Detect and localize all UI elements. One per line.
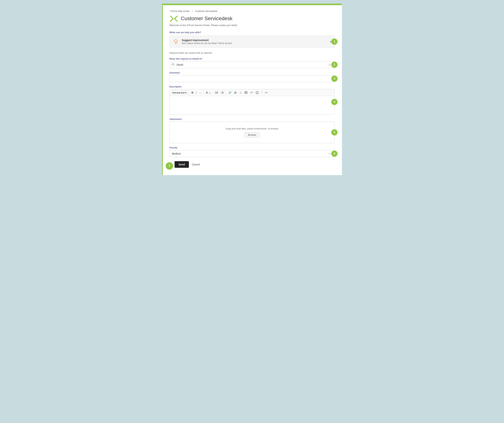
behalf-input[interactable]	[169, 61, 335, 68]
behalf-label: Raise this request on behalf of*	[169, 58, 335, 60]
description-label: Description	[169, 85, 335, 88]
emoji-button[interactable]: ☺	[238, 90, 243, 95]
attachment-drag-text: Drag and drop files, paste screenshots, …	[173, 127, 331, 130]
breadcrumb-part1[interactable]: XiTrust Help Center	[170, 10, 190, 12]
attachment-label: Attachment	[169, 118, 335, 120]
suggestion-box[interactable]: Suggest improvement See a place where we…	[169, 35, 335, 48]
toolbar-divider-4	[226, 91, 226, 94]
summary-input[interactable]	[169, 75, 335, 82]
chevron-down-icon	[209, 92, 211, 94]
form-actions: 7 Send Cancel	[169, 161, 335, 168]
xitrust-logo	[169, 15, 178, 22]
chevron-down-icon: ▾	[332, 63, 333, 66]
summary-label: Summary*	[169, 71, 335, 74]
table-button[interactable]	[244, 91, 248, 95]
description-editor: Normal text ▾ B I ··· A	[169, 89, 335, 115]
bullet-list-button[interactable]	[214, 91, 219, 95]
suggestion-content: Suggest improvement See a place where we…	[182, 39, 328, 45]
breadcrumb-separator: /	[192, 10, 192, 12]
step-badge-7: 7	[166, 162, 173, 170]
svg-point-6	[215, 92, 216, 93]
more-formatting-button[interactable]: ···	[198, 90, 202, 95]
breadcrumb: XiTrust Help Center / Customer Servicede…	[169, 10, 335, 12]
chevron-down-icon: ▾	[185, 91, 186, 94]
suggestion-icon	[173, 38, 179, 45]
code-button[interactable]: </>	[249, 91, 254, 95]
user-icon	[171, 63, 174, 67]
text-style-dropdown[interactable]: Normal text ▾	[171, 91, 188, 95]
priority-field-row: ✕ ▾	[169, 150, 335, 157]
suggestion-title: Suggest improvement	[182, 39, 328, 42]
svg-point-4	[215, 92, 216, 92]
info-button[interactable]: i	[255, 90, 259, 95]
cancel-button[interactable]: Cancel	[192, 163, 200, 166]
suggestion-subtitle: See a place where we can do better? We'r…	[182, 42, 328, 45]
page-title: Customer Servicedesk	[181, 16, 233, 21]
priority-input-icons: ✕ ▾	[328, 152, 333, 155]
welcome-text: Welcome to the XiTrust Service Portal. P…	[169, 24, 335, 27]
priority-field-group: Priority* ✕ ▾ 6	[169, 147, 335, 157]
behalf-input-icons: ✕ ▾	[328, 63, 333, 67]
description-body[interactable]	[170, 96, 334, 114]
link-button[interactable]: 🔗	[228, 90, 232, 95]
behalf-field-row: ✕ ▾	[169, 61, 335, 68]
send-button[interactable]: Send	[174, 161, 189, 168]
summary-field-group: Summary* 3	[169, 71, 335, 82]
svg-point-8	[215, 93, 216, 94]
more-options-button[interactable]: +	[264, 90, 269, 95]
bold-button[interactable]: B	[191, 90, 194, 95]
attachment-field-group: Attachment Drag and drop files, paste sc…	[169, 118, 335, 143]
svg-point-0	[174, 40, 177, 42]
clear-priority-button[interactable]: ✕	[328, 152, 331, 155]
breadcrumb-part2[interactable]: Customer Servicedesk	[195, 10, 217, 12]
toolbar-divider-3	[213, 91, 213, 94]
svg-text:3.: 3.	[221, 93, 222, 94]
numbered-list-button[interactable]: 1.2.3.	[220, 91, 225, 95]
text-color-button[interactable]: A	[205, 90, 212, 95]
mention-button[interactable]: @	[233, 90, 238, 95]
svg-text:i: i	[257, 92, 258, 94]
chevron-down-icon: ▾	[330, 40, 331, 43]
clear-behalf-button[interactable]: ✕	[328, 63, 331, 67]
svg-point-3	[172, 63, 174, 65]
attachment-dropzone[interactable]: Drag and drop files, paste screenshots, …	[169, 122, 335, 143]
behalf-field-group: Raise this request on behalf of* ✕ ▾ 2	[169, 58, 335, 68]
toolbar-divider-2	[204, 91, 204, 94]
chevron-down-icon: ▾	[332, 152, 333, 155]
description-field-group: Description Normal text ▾ B I ··· A	[169, 85, 335, 115]
italic-button[interactable]: I	[195, 90, 198, 95]
editor-toolbar: Normal text ▾ B I ··· A	[170, 89, 334, 96]
browse-button[interactable]: Browse	[245, 132, 259, 137]
priority-label: Priority*	[169, 147, 335, 149]
svg-rect-16	[245, 92, 247, 94]
page-header: Customer Servicedesk	[169, 15, 335, 22]
priority-input[interactable]	[169, 150, 335, 157]
required-note: Required fields are marked with an aster…	[169, 52, 335, 54]
help-section-label: What can we help you with?	[169, 31, 335, 34]
quote-button[interactable]: "	[260, 91, 263, 95]
